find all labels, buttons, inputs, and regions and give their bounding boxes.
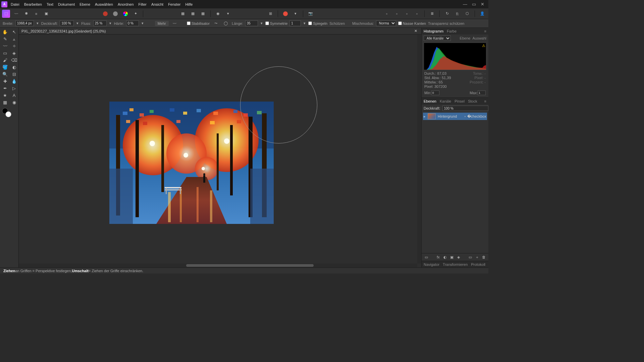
move-tool[interactable]: ↖ <box>10 28 18 35</box>
align-center-icon[interactable]: ▦ <box>189 10 197 18</box>
sync-3-icon[interactable]: ⬡ <box>463 10 471 18</box>
paint-brush-tool[interactable]: 🖌 <box>1 57 9 63</box>
arrange-2-icon[interactable]: ▫ <box>393 10 401 18</box>
arrange-3-icon[interactable]: ▫ <box>403 10 411 18</box>
dodge-tool[interactable]: ◐ <box>10 64 18 70</box>
arrange-4-icon[interactable]: ▫ <box>413 10 421 18</box>
symmetrie-check[interactable]: Symmetrie <box>265 21 288 25</box>
erase-tool[interactable]: ⌫ <box>10 57 18 63</box>
tone-persona-icon[interactable]: ≡ <box>32 10 40 18</box>
swatch-rainbow-icon[interactable] <box>121 10 129 18</box>
vertical-scrollbar[interactable] <box>417 35 421 263</box>
live-filter-icon[interactable]: ◈ <box>456 254 461 260</box>
breite-input[interactable] <box>15 20 34 26</box>
order-icon[interactable]: ≣ <box>428 10 436 18</box>
haerte-input[interactable] <box>126 20 139 26</box>
selection-brush-tool[interactable]: 〰 <box>1 43 9 49</box>
warning-icon[interactable]: ⚠ <box>482 44 485 48</box>
chevron-down-icon[interactable]: ▾ <box>76 21 79 25</box>
sync-1-icon[interactable]: ↻ <box>443 10 451 18</box>
healing-tool[interactable]: ✚ <box>1 78 9 84</box>
spiegeln-check[interactable]: Spiegeln <box>308 21 327 25</box>
zoom-tool[interactable]: 🔍 <box>1 71 9 77</box>
auswahl-button[interactable]: Auswahl <box>472 36 486 40</box>
add-layer-icon[interactable]: ＋ <box>474 254 480 260</box>
horizontal-scrollbar[interactable] <box>19 263 417 267</box>
swatch-grey-icon[interactable] <box>111 10 119 18</box>
account-icon[interactable]: 👤 <box>478 10 486 18</box>
menu-auswaehlen[interactable]: Auswählen <box>95 2 113 6</box>
view-tool[interactable]: ◉ <box>10 99 18 106</box>
text-tool[interactable]: A <box>10 92 18 99</box>
tab-stock[interactable]: Stock <box>468 99 477 103</box>
mesh-tool[interactable]: ▦ <box>1 99 9 106</box>
autocolor-icon[interactable]: ✦ <box>131 10 140 18</box>
chevron-down-icon[interactable]: ▾ <box>303 21 306 25</box>
adjust-icon[interactable]: ◐ <box>442 254 448 260</box>
snapping-icon[interactable]: ⊞ <box>266 10 274 18</box>
fill-tool[interactable]: 🪣 <box>1 64 9 70</box>
chevron-down-icon[interactable]: ▾ <box>224 10 232 18</box>
camera-icon[interactable]: 📷 <box>307 10 315 18</box>
ebene-button[interactable]: Ebene <box>460 36 471 40</box>
deckkraft-input[interactable] <box>60 20 74 26</box>
tab-ebenen[interactable]: Ebenen <box>424 99 436 103</box>
schuetzen-label[interactable]: Schützen <box>329 21 345 25</box>
foreground-color-swatch[interactable] <box>5 111 11 117</box>
pen-tool[interactable]: ✒ <box>1 85 9 92</box>
nasse-kanten-check[interactable]: Nasse Kanten <box>398 21 426 25</box>
tab-transformieren[interactable]: Transformieren <box>443 262 468 266</box>
chevron-down-icon[interactable]: ▾ <box>291 10 300 18</box>
panel-menu-icon[interactable]: ≡ <box>484 99 486 103</box>
layer-expand-icon[interactable]: ▸ <box>424 114 426 119</box>
group-icon[interactable]: ▭ <box>468 254 473 260</box>
tab-navigator[interactable]: Navigator <box>424 262 439 266</box>
tab-pinsel[interactable]: Pinsel <box>454 99 465 103</box>
layer-name[interactable]: Hintergrund <box>438 114 457 118</box>
fx-icon[interactable]: fx <box>436 254 441 260</box>
stabilisator-check[interactable]: Stabilisator <box>187 21 210 25</box>
color-swatches[interactable] <box>1 108 18 117</box>
photo-persona-icon[interactable]: ⬚ <box>2 10 10 18</box>
delete-layer-icon[interactable]: 🗑 <box>481 254 486 260</box>
tab-histogramm[interactable]: Histogramm <box>424 29 443 33</box>
layer-row[interactable]: ▸ Hintergrund ▫ �checkbox <box>423 113 487 120</box>
close-tab-icon[interactable]: ✕ <box>414 29 417 33</box>
quickmask-icon[interactable]: ◉ <box>214 10 222 18</box>
layer-visibility-icon[interactable]: �checkbox <box>467 114 486 119</box>
marquee-tool[interactable]: ▭ <box>1 50 9 56</box>
blur-tool[interactable]: 💧 <box>10 78 18 84</box>
tab-protokoll[interactable]: Protokoll <box>471 262 485 266</box>
menu-bearbeiten[interactable]: Bearbeiten <box>24 2 42 6</box>
tab-farbe[interactable]: Farbe <box>447 29 457 33</box>
fluss-input[interactable] <box>93 20 107 26</box>
mask-layer-icon[interactable]: ▣ <box>449 254 454 260</box>
brush-settings-icon[interactable]: 〰 <box>171 19 179 27</box>
document-tab[interactable]: PXL_20230127_135623241.jpg [Geändert] (2… <box>19 28 421 35</box>
hand-tool[interactable]: ✋ <box>1 28 9 35</box>
color-picker-tool[interactable]: ✎ <box>1 36 9 42</box>
chevron-down-icon[interactable]: ▾ <box>141 21 144 25</box>
menu-text[interactable]: Text <box>47 2 53 6</box>
tab-kanaele[interactable]: Kanäle <box>440 99 451 103</box>
maximize-icon[interactable]: ▭ <box>472 2 476 7</box>
mischmodus-select[interactable]: Normal <box>376 20 396 26</box>
align-right-icon[interactable]: ▦ <box>199 10 207 18</box>
flood-select-tool[interactable]: ◈ <box>10 50 18 56</box>
crop-tool[interactable]: ⟁ <box>10 36 18 42</box>
symmetrie-input[interactable] <box>289 20 301 26</box>
align-left-icon[interactable]: ▦ <box>179 10 187 18</box>
chevron-down-icon[interactable]: ▾ <box>260 21 263 25</box>
menu-ebene[interactable]: Ebene <box>79 2 90 6</box>
channels-select[interactable]: Alle Kanäle <box>424 36 451 41</box>
chevron-down-icon[interactable]: ▾ <box>109 21 112 25</box>
arrange-1-icon[interactable]: ▫ <box>383 10 391 18</box>
menu-hilfe[interactable]: Hilfe <box>185 2 193 6</box>
node-tool[interactable]: ▷ <box>10 85 18 92</box>
layer-lock-icon[interactable]: ▫ <box>465 114 466 119</box>
menu-fenster[interactable]: Fenster <box>168 2 180 6</box>
close-icon[interactable]: ✕ <box>481 2 484 7</box>
laenge-input[interactable] <box>245 20 258 26</box>
max-input[interactable] <box>478 90 486 95</box>
canvas[interactable] <box>19 35 417 263</box>
